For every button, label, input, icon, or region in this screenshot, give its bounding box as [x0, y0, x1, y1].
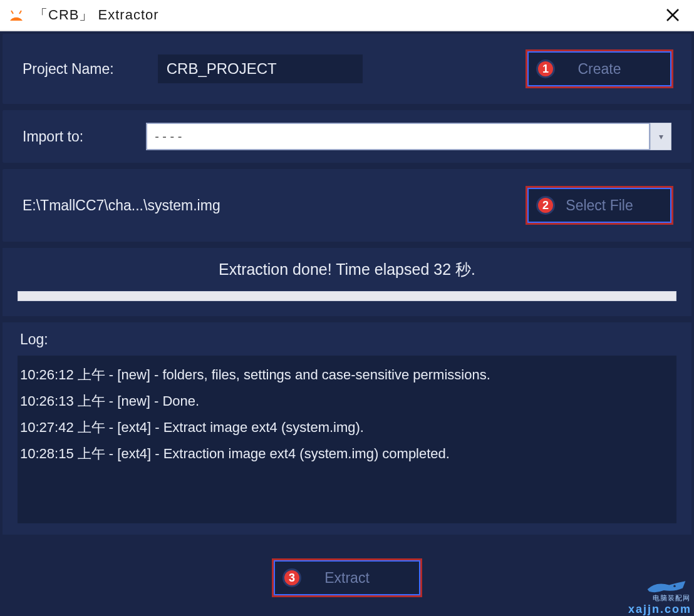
svg-point-1	[19, 16, 21, 18]
watermark: 电脑装配网 xajjn.com	[604, 578, 691, 616]
window-title: 「CRB」 Extractor	[34, 6, 159, 24]
log-line: 10:26:13 上午 - [new] - Done.	[18, 388, 676, 414]
import-select-value: - - - -	[146, 123, 650, 150]
import-select-dropdown[interactable]: ▾	[650, 123, 671, 150]
close-button[interactable]	[659, 1, 686, 29]
app-window: 「CRB」 Extractor Project Name: 1 Create	[0, 0, 694, 616]
shark-icon	[641, 578, 691, 595]
svg-line-3	[19, 11, 21, 14]
status-text: Extraction done! Time elapsed 32 秒.	[219, 259, 475, 280]
badge-1: 1	[536, 59, 555, 78]
svg-point-0	[13, 16, 14, 18]
project-name-label: Project Name:	[23, 61, 114, 78]
file-panel: E:\TmallCC7\cha...\system.img 2 Select F…	[3, 169, 691, 242]
project-name-input[interactable]	[158, 54, 363, 83]
import-label: Import to:	[23, 128, 83, 145]
log-panel: Log: 10:26:12 上午 - [new] - folders, file…	[3, 322, 691, 535]
project-panel: Project Name: 1 Create	[3, 34, 691, 104]
log-line: 10:28:15 上午 - [ext4] - Extraction image …	[18, 441, 676, 467]
client-area: Project Name: 1 Create Import to: - - - …	[0, 31, 694, 616]
svg-point-6	[673, 585, 675, 587]
select-file-button[interactable]: 2 Select File	[527, 188, 671, 223]
android-icon	[8, 6, 25, 24]
footer: 3 Extract 电脑装配网 xajjn.com	[3, 541, 691, 616]
extract-button[interactable]: 3 Extract	[274, 560, 420, 595]
progress-bar	[18, 291, 676, 301]
create-button[interactable]: 1 Create	[527, 51, 671, 86]
status-panel: Extraction done! Time elapsed 32 秒.	[3, 248, 691, 316]
close-icon	[666, 8, 680, 22]
watermark-text-1: 电脑装配网	[653, 593, 690, 603]
svg-line-2	[11, 11, 13, 14]
log-line: 10:27:42 上午 - [ext4] - Extract image ext…	[18, 414, 676, 441]
titlebar: 「CRB」 Extractor	[0, 0, 694, 31]
badge-3: 3	[282, 568, 301, 587]
log-label: Log:	[18, 331, 676, 348]
create-button-label: Create	[577, 61, 621, 78]
badge-2: 2	[536, 196, 555, 215]
file-path: E:\TmallCC7\cha...\system.img	[23, 197, 515, 214]
log-box[interactable]: 10:26:12 上午 - [new] - folders, files, se…	[18, 356, 676, 523]
watermark-text-2: xajjn.com	[628, 603, 691, 616]
select-file-button-label: Select File	[566, 197, 633, 214]
extract-button-label: Extract	[324, 570, 370, 587]
chevron-down-icon: ▾	[659, 131, 663, 141]
import-panel: Import to: - - - - ▾	[3, 110, 691, 163]
import-select[interactable]: - - - - ▾	[146, 123, 671, 150]
log-line: 10:26:12 上午 - [new] - folders, files, se…	[18, 362, 676, 388]
